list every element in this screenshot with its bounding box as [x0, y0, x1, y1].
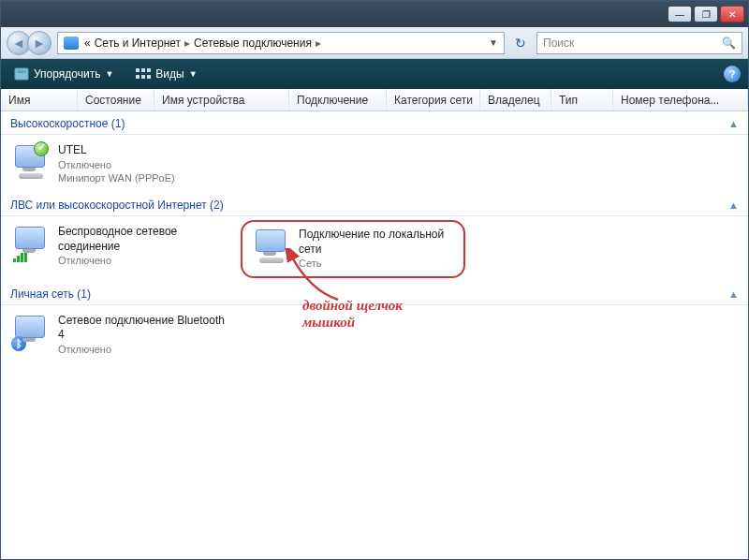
minimize-button[interactable]: —	[668, 6, 692, 22]
item-title: Сетевое подключение Bluetooth 4	[58, 314, 227, 343]
group-title: ЛВС или высокоскоростной Интернет (2)	[10, 199, 224, 212]
breadcrumb-separator[interactable]: ▸	[184, 37, 190, 50]
group-title: Личная сеть (1)	[10, 287, 91, 301]
group-lan: ЛВС или высокоскоростной Интернет (2) ▲ …	[1, 195, 748, 281]
address-row: ◄ ► « Сеть и Интернет ▸ Сетевые подключе…	[1, 27, 748, 59]
collapse-icon[interactable]: ▲	[728, 199, 739, 211]
organize-icon	[14, 67, 29, 81]
nav-buttons: ◄ ►	[7, 31, 51, 55]
nav-forward-button[interactable]: ►	[27, 31, 51, 55]
views-label: Виды	[155, 67, 184, 81]
column-header[interactable]: Подключение	[289, 89, 387, 111]
search-icon[interactable]: 🔍	[722, 37, 736, 50]
address-bar[interactable]: « Сеть и Интернет ▸ Сетевые подключения …	[57, 32, 505, 54]
search-box[interactable]: Поиск 🔍	[536, 32, 742, 54]
search-placeholder: Поиск	[543, 37, 574, 50]
views-icon	[136, 67, 151, 81]
connection-item-bluetooth[interactable]: ᛒ Сетевое подключение Bluetooth 4 Отключ…	[7, 309, 231, 361]
collapse-icon[interactable]: ▲	[728, 288, 739, 300]
item-status: Отключено	[58, 254, 227, 267]
column-header[interactable]: Имя устройства	[154, 89, 289, 111]
svg-rect-7	[147, 75, 151, 79]
item-title: Подключение по локальной сети	[299, 228, 454, 257]
group-personal: Личная сеть (1) ▲ ᛒ Сетевое подключение …	[1, 284, 748, 364]
item-title: UTEL	[58, 143, 175, 158]
group-header[interactable]: ЛВС или высокоскоростной Интернет (2) ▲	[1, 195, 748, 216]
item-title: Беспроводное сетевое соединение	[58, 225, 227, 254]
column-header[interactable]: Имя	[1, 89, 78, 111]
svg-rect-2	[136, 68, 140, 72]
item-device: Минипорт WAN (PPPoE)	[58, 171, 175, 184]
group-header[interactable]: Личная сеть (1) ▲	[1, 284, 748, 305]
group-header[interactable]: Высокоскоростное (1) ▲	[1, 113, 748, 135]
maximize-button[interactable]: ❐	[694, 6, 718, 22]
views-button[interactable]: Виды ▼	[130, 65, 202, 83]
column-headers: Имя Состояние Имя устройства Подключение…	[1, 89, 748, 111]
column-header[interactable]: Тип	[551, 89, 613, 111]
dialup-icon	[11, 143, 51, 179]
column-header[interactable]: Номер телефона...	[613, 89, 748, 111]
connection-item-lan[interactable]: Подключение по локальной сети Сеть	[241, 220, 465, 277]
window-titlebar: — ❐ ✕	[1, 1, 748, 27]
svg-rect-4	[147, 68, 151, 72]
lan-icon	[252, 228, 291, 263]
refresh-button[interactable]: ↻	[510, 33, 531, 53]
connection-item-utel[interactable]: UTEL Отключено Минипорт WAN (PPPoE)	[7, 139, 231, 189]
column-header[interactable]: Категория сети	[387, 89, 480, 111]
organize-label: Упорядочить	[34, 67, 100, 81]
address-dropdown-icon[interactable]: ▼	[489, 37, 498, 48]
organize-button[interactable]: Упорядочить ▼	[8, 65, 119, 83]
item-status: Отключено	[58, 343, 227, 356]
breadcrumb: « Сеть и Интернет ▸ Сетевые подключения …	[84, 37, 321, 50]
svg-rect-0	[15, 68, 28, 80]
breadcrumb-part[interactable]: Сеть и Интернет	[95, 37, 181, 50]
bluetooth-icon: ᛒ	[11, 314, 51, 349]
breadcrumb-part[interactable]: Сетевые подключения	[194, 37, 312, 50]
group-title: Высокоскоростное (1)	[10, 117, 125, 130]
group-high-speed: Высокоскоростное (1) ▲ UTEL Отключено Ми…	[1, 113, 748, 193]
chevron-down-icon: ▼	[105, 69, 113, 79]
item-status: Отключено	[58, 158, 175, 171]
close-button[interactable]: ✕	[720, 6, 744, 22]
connection-item-wireless[interactable]: Беспроводное сетевое соединение Отключен…	[7, 220, 231, 277]
breadcrumb-prefix: «	[84, 37, 91, 50]
svg-rect-5	[136, 75, 140, 79]
svg-rect-1	[17, 70, 26, 73]
breadcrumb-separator[interactable]: ▸	[316, 37, 321, 50]
chevron-down-icon: ▼	[189, 69, 198, 79]
explorer-window: — ❐ ✕ ◄ ► « Сеть и Интернет ▸ Сетевые по…	[0, 0, 749, 560]
help-button[interactable]: ?	[724, 66, 741, 82]
network-icon	[64, 37, 79, 50]
svg-rect-6	[141, 75, 145, 79]
toolbar: Упорядочить ▼ Виды ▼ ?	[1, 59, 748, 89]
collapse-icon[interactable]: ▲	[728, 118, 739, 129]
content-area: Высокоскоростное (1) ▲ UTEL Отключено Ми…	[1, 111, 748, 559]
column-header[interactable]: Владелец	[480, 89, 551, 111]
wireless-icon	[11, 225, 51, 260]
item-status: Сеть	[299, 257, 454, 270]
column-header[interactable]: Состояние	[78, 89, 154, 111]
svg-rect-3	[141, 68, 145, 72]
